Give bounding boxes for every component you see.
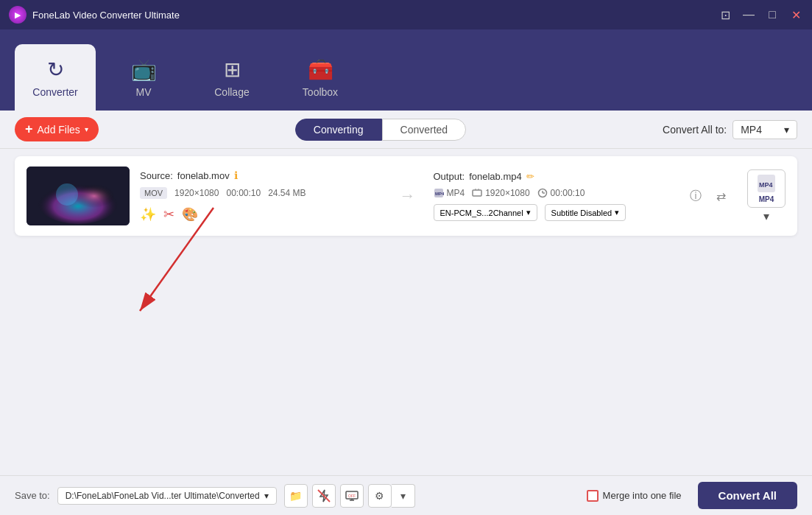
format-chevron-icon: ▾: [784, 124, 789, 136]
add-files-chevron-icon: ▾: [85, 125, 88, 133]
main-content: Source: fonelab.mov ℹ MOV 1920×1080 00:0…: [0, 149, 812, 475]
subtitle-select[interactable]: Subtitle Disabled ▾: [545, 204, 626, 221]
source-line: Source: fonelab.mov ℹ: [140, 169, 382, 181]
file-item: Source: fonelab.mov ℹ MOV 1920×1080 00:0…: [15, 156, 797, 236]
save-path-value: D:\FoneLab\FoneLab Vid...ter Ultimate\Co…: [66, 491, 260, 501]
duration-icon: [537, 188, 548, 198]
swap-button[interactable]: ⇄: [710, 186, 731, 206]
output-actions: ⓘ ⇄: [685, 186, 731, 206]
mp4-icon: MP4: [434, 188, 444, 198]
file-info: Source: fonelab.mov ℹ MOV 1920×1080 00:0…: [140, 169, 382, 223]
converting-tab[interactable]: Converting: [295, 119, 382, 141]
toolbar: + Add Files ▾ Converting Converted Conve…: [0, 111, 812, 149]
merge-checkbox-area[interactable]: Merge into one file: [587, 490, 682, 502]
minimize-button[interactable]: —: [741, 7, 756, 22]
output-selects: EN-PCM_S...2Channel ▾ Subtitle Disabled …: [434, 204, 676, 221]
window-controls: ⊡ — □ ✕: [718, 7, 803, 22]
codec-badge: MOV: [140, 187, 167, 199]
bottom-bar: Save to: D:\FoneLab\FoneLab Vid...ter Ul…: [0, 475, 812, 515]
tab-mv[interactable]: 📺 MV: [103, 44, 184, 111]
filesize: 24.54 MB: [268, 188, 306, 198]
svg-text:MP4: MP4: [435, 192, 444, 196]
tab-converter[interactable]: ↻ Converter: [15, 44, 96, 111]
file-thumbnail: [27, 167, 130, 225]
save-path-input[interactable]: D:\FoneLab\FoneLab Vid...ter Ultimate\Co…: [57, 487, 277, 505]
output-duration: 00:00:10: [551, 188, 585, 198]
tab-toolbox[interactable]: 🧰 Toolbox: [280, 44, 361, 111]
output-info: Output: fonelab.mp4 ✏ MP4 MP4 1920×1080 …: [434, 171, 676, 221]
duration: 00:00:10: [226, 188, 261, 198]
convert-all-to-label: Convert All to:: [663, 124, 727, 136]
cut-icon[interactable]: ✂: [163, 206, 174, 223]
svg-line-15: [140, 208, 213, 311]
collage-tab-icon: ⊞: [224, 57, 241, 82]
output-edit-icon[interactable]: ✏: [526, 171, 534, 182]
app-title: FoneLab Video Converter Ultimate: [32, 10, 718, 21]
convert-all-to-section: Convert All to: MP4 ▾: [663, 120, 797, 139]
svg-text:MP4: MP4: [759, 181, 773, 189]
resolution-icon: [472, 188, 482, 198]
file-meta: MOV 1920×1080 00:00:10 24.54 MB: [140, 187, 382, 199]
format-badge-label: MP4: [759, 195, 774, 203]
flash-off-icon: [317, 489, 331, 502]
svg-text:OFF: OFF: [348, 494, 356, 498]
format-badge-area: MP4 MP4 ▾: [747, 169, 785, 223]
audio-track-value: EN-PCM_S...2Channel: [440, 209, 523, 217]
settings-button[interactable]: ⚙: [368, 484, 392, 508]
chat-icon[interactable]: ⊡: [718, 7, 732, 22]
arrow-right-icon: →: [400, 186, 416, 206]
converter-tab-icon: ↻: [47, 57, 64, 82]
close-button[interactable]: ✕: [788, 7, 803, 22]
screen-button[interactable]: OFF: [340, 484, 364, 508]
mv-tab-icon: 📺: [131, 57, 157, 82]
effects-icon[interactable]: ✨: [140, 206, 156, 223]
folder-button[interactable]: 📁: [284, 484, 308, 508]
svg-point-3: [56, 183, 78, 206]
screen-icon: OFF: [345, 489, 359, 502]
arrow-area: →: [392, 186, 423, 206]
thumbnail-art: [27, 167, 130, 225]
mv-tab-label: MV: [136, 86, 152, 98]
add-files-label: Add Files: [38, 124, 80, 136]
title-bar: ▶ FoneLab Video Converter Ultimate ⊡ — □…: [0, 0, 812, 29]
audio-track-chevron-icon: ▾: [526, 208, 531, 217]
format-value: MP4: [741, 124, 762, 136]
flash-off-button[interactable]: [312, 484, 336, 508]
convert-all-button[interactable]: Convert All: [698, 482, 797, 509]
info-button[interactable]: ⓘ: [685, 186, 706, 206]
svg-rect-6: [473, 190, 481, 196]
save-to-label: Save to:: [15, 490, 50, 501]
settings-chevron-button[interactable]: ▾: [392, 484, 415, 508]
subtitle-value: Subtitle Disabled: [551, 209, 612, 217]
status-tab-switch: Converting Converted: [107, 119, 654, 141]
add-files-button[interactable]: + Add Files ▾: [15, 117, 99, 141]
toolbox-tab-icon: 🧰: [308, 57, 333, 82]
output-codec: MP4: [447, 188, 465, 198]
add-plus-icon: +: [25, 122, 33, 137]
format-badge-mp4-icon: MP4: [756, 173, 777, 194]
format-select-dropdown[interactable]: MP4 ▾: [732, 120, 797, 139]
collage-tab-label: Collage: [214, 86, 249, 98]
audio-track-select[interactable]: EN-PCM_S...2Channel ▾: [434, 204, 537, 221]
maximize-button[interactable]: □: [765, 7, 780, 22]
tab-collage[interactable]: ⊞ Collage: [191, 44, 272, 111]
converter-tab-label: Converter: [32, 86, 77, 98]
converted-tab[interactable]: Converted: [382, 119, 467, 141]
app-logo: ▶: [9, 6, 27, 24]
save-path-chevron-icon: ▾: [264, 491, 269, 501]
subtitle-chevron-icon: ▾: [615, 208, 619, 217]
merge-checkbox[interactable]: [587, 490, 599, 502]
toolbox-tab-label: Toolbox: [303, 86, 338, 98]
palette-icon[interactable]: 🎨: [182, 206, 198, 223]
resolution: 1920×1080: [174, 188, 219, 198]
source-filename: fonelab.mov: [177, 170, 230, 181]
format-badge-button[interactable]: MP4 MP4: [747, 169, 785, 208]
action-icons: ✨ ✂ 🎨: [140, 206, 382, 223]
output-meta: MP4 MP4 1920×1080 00:00:10: [434, 188, 676, 198]
output-label: Output:: [434, 171, 465, 182]
output-line: Output: fonelab.mp4 ✏: [434, 171, 676, 182]
source-info-icon[interactable]: ℹ: [234, 169, 238, 181]
output-filename: fonelab.mp4: [469, 171, 522, 182]
format-expand-button[interactable]: ▾: [763, 209, 769, 223]
tab-bar: ↻ Converter 📺 MV ⊞ Collage 🧰 Toolbox: [0, 29, 812, 111]
